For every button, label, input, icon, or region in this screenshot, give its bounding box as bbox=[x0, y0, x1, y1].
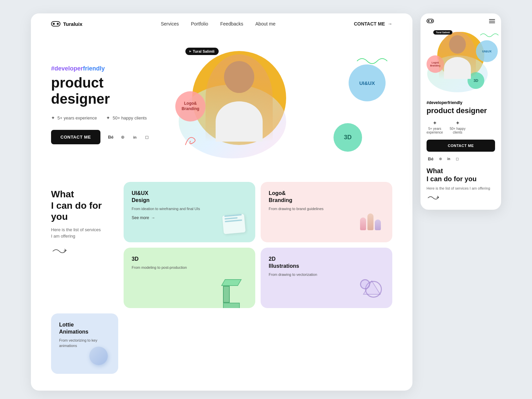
nav-contact-cta[interactable]: CONTACT ME → bbox=[354, 21, 392, 27]
instagram-icon[interactable]: ◻ bbox=[143, 134, 151, 141]
linkedin-icon[interactable]: in bbox=[131, 134, 139, 141]
mobile-wave-decoration bbox=[479, 31, 499, 38]
services-grid: What I can do for you Here is the list o… bbox=[51, 182, 392, 374]
service-desc-2d: From drawing to vectorization bbox=[269, 272, 384, 278]
hero-tag: #developerfriendly bbox=[51, 65, 165, 72]
mobile-contact-button[interactable]: CONTACT ME bbox=[427, 140, 495, 152]
service-card-lottie: Lottie Animations From vectorizing to ke… bbox=[51, 313, 118, 374]
service-card-3d: 3D From modeling to post-production bbox=[124, 248, 255, 308]
mobile-behance-icon[interactable]: Bé bbox=[428, 156, 434, 161]
hero-illustration: Tural Salimli UI&UX Logo&Branding 3D bbox=[165, 44, 392, 165]
service-desc-3d: From modeling to post-production bbox=[132, 265, 247, 270]
mobile-hero-tag: #developerfriendly bbox=[427, 100, 495, 105]
mobile-mockup: Tural Salimli UI&UX Logo&Branding 3D #de… bbox=[420, 13, 501, 210]
service-card-2d: 2D Illustrations From drawing to vectori… bbox=[261, 248, 392, 308]
hero-left: #developerfriendly product designer ✦ 5+… bbox=[51, 65, 165, 145]
service-card-uiux: UI&UX Design From ideation to wireframin… bbox=[124, 182, 255, 242]
star-icon-2: ✦ bbox=[106, 115, 110, 120]
dribbble-icon[interactable]: ⊕ bbox=[119, 134, 127, 141]
mobile-stats: ✦ 5+ years experience ✦ 50+ happy client… bbox=[427, 120, 495, 134]
nav-about[interactable]: About me bbox=[255, 21, 275, 27]
desktop-mockup: Turaluix Services Portfolio Feedbacks Ab… bbox=[31, 13, 412, 391]
mobile-person bbox=[439, 32, 476, 79]
2d-visual bbox=[360, 279, 387, 303]
person-illustration bbox=[206, 54, 273, 142]
mobile-logo-icon bbox=[427, 19, 434, 23]
uiux-visual bbox=[223, 213, 250, 237]
mobile-content: #developerfriendly product designer ✦ 5+… bbox=[420, 96, 501, 210]
mobile-services-title: What I can do for you bbox=[427, 167, 495, 183]
logo-icon bbox=[51, 21, 60, 27]
mobile-dribbble-icon[interactable]: ⊕ bbox=[439, 157, 442, 161]
hero-stat-clients: ✦ 50+ happy clients bbox=[106, 115, 147, 120]
social-icons: Bé ⊕ in ◻ bbox=[107, 134, 151, 141]
mobile-stat-clients: ✦ 50+ happy clients bbox=[450, 120, 466, 134]
logo[interactable]: Turaluix bbox=[51, 21, 82, 27]
mobile-instagram-icon[interactable]: ◻ bbox=[456, 157, 459, 161]
arrow-curl-icon bbox=[51, 246, 118, 260]
hero-stat-experience: ✦ 5+ years experience bbox=[51, 115, 97, 120]
hamburger-menu[interactable] bbox=[489, 19, 495, 23]
mobile-arrow-icon bbox=[427, 194, 495, 205]
curl-decoration bbox=[182, 132, 202, 148]
arrow-icon: → bbox=[151, 215, 155, 220]
name-badge: Tural Salimli bbox=[185, 48, 219, 55]
service-title-2d: 2D Illustrations bbox=[269, 256, 384, 270]
wave-decoration bbox=[355, 54, 389, 64]
logo-visual bbox=[360, 213, 387, 237]
services-intro-title: What I can do for you bbox=[51, 189, 118, 222]
logo-text: Turaluix bbox=[63, 21, 82, 27]
lottie-visual bbox=[86, 345, 113, 368]
mobile-star-2: ✦ bbox=[455, 120, 460, 126]
3d-visual bbox=[223, 279, 250, 303]
nav-feedbacks[interactable]: Feedbacks bbox=[220, 21, 243, 27]
person-head bbox=[224, 61, 254, 93]
person-body bbox=[216, 101, 263, 142]
service-desc-logo: From drawing to brand guidelines bbox=[269, 206, 384, 212]
service-title-lottie: Lottie Animations bbox=[59, 321, 110, 336]
service-title-uiux: UI&UX Design bbox=[132, 190, 247, 204]
hero-title: product designer bbox=[51, 75, 165, 107]
star-icon-1: ✦ bbox=[51, 115, 55, 120]
mobile-name-badge: Tural Salimli bbox=[433, 30, 452, 35]
services-intro: What I can do for you Here is the list o… bbox=[51, 182, 118, 308]
hero-actions: CONTACT ME Bé ⊕ in ◻ bbox=[51, 130, 165, 144]
hero-section: #developerfriendly product designer ✦ 5+… bbox=[31, 34, 412, 179]
mobile-hero: Tural Salimli UI&UX Logo&Branding 3D bbox=[420, 29, 501, 96]
navbar: Turaluix Services Portfolio Feedbacks Ab… bbox=[31, 13, 412, 34]
mobile-navbar bbox=[420, 13, 501, 29]
mobile-socials: Bé ⊕ in ◻ bbox=[427, 156, 495, 161]
nav-services[interactable]: Services bbox=[161, 21, 179, 27]
bubble-uiux: UI&UX bbox=[349, 64, 386, 101]
mobile-bubble-uiux: UI&UX bbox=[476, 40, 498, 62]
mobile-star-1: ✦ bbox=[433, 120, 437, 126]
mobile-linkedin-icon[interactable]: in bbox=[447, 157, 450, 161]
service-card-logo: Logo& Branding From drawing to brand gui… bbox=[261, 182, 392, 242]
behance-icon[interactable]: Bé bbox=[107, 134, 115, 141]
arrow-right-icon: → bbox=[388, 21, 392, 27]
mobile-services-desc: Here is the list of services I am offeri… bbox=[427, 186, 495, 191]
service-desc-uiux: From ideation to wireframing and final U… bbox=[132, 206, 247, 212]
bubble-3d: 3D bbox=[334, 123, 362, 152]
hero-stats: ✦ 5+ years experience ✦ 50+ happy client… bbox=[51, 115, 165, 120]
contact-button[interactable]: CONTACT ME bbox=[51, 130, 100, 144]
mobile-hero-title: product designer bbox=[427, 106, 495, 115]
services-intro-desc: Here is the list of services I am offeri… bbox=[51, 227, 118, 240]
nav-portfolio[interactable]: Portfolio bbox=[191, 21, 208, 27]
mobile-stat-experience: ✦ 5+ years experience bbox=[427, 120, 443, 134]
nav-links: Services Portfolio Feedbacks About me bbox=[161, 21, 275, 27]
service-title-logo: Logo& Branding bbox=[269, 190, 384, 204]
service-title-3d: 3D bbox=[132, 256, 247, 263]
bubble-logo: Logo&Branding bbox=[175, 91, 206, 121]
services-section: What I can do for you Here is the list o… bbox=[31, 179, 412, 391]
